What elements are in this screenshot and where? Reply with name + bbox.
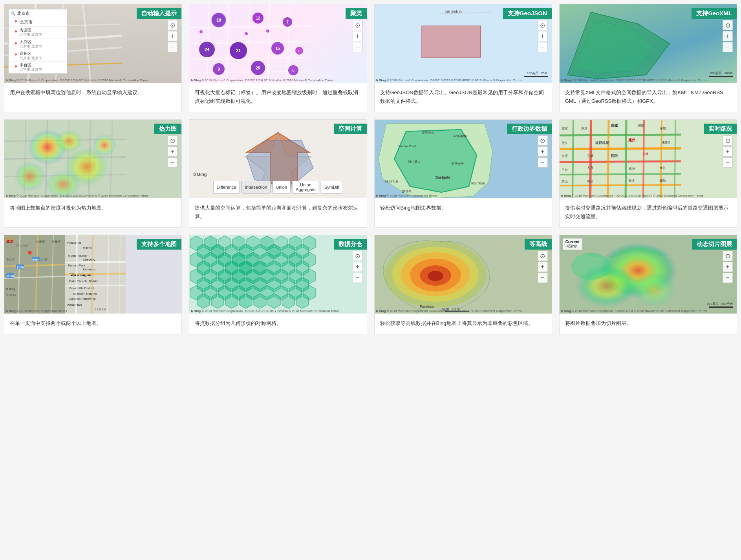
zoom-out-btn-10[interactable]: − (353, 273, 363, 283)
zoom-out-btn-11[interactable]: − (538, 273, 548, 283)
zoom-in-btn-3[interactable]: + (538, 31, 548, 41)
locate-btn-12[interactable]: ⊙ (723, 251, 733, 261)
map-controls-3[interactable]: ⊙ + − (538, 20, 548, 52)
zoom-in-btn-2[interactable]: + (353, 31, 363, 41)
svg-line-78 (560, 185, 681, 186)
locate-btn-10[interactable]: ⊙ (353, 251, 363, 261)
locate-btn-4[interactable]: ⊙ (723, 20, 733, 30)
scale-bar-geojson: 100英尺 25米 (524, 71, 548, 77)
zoom-out-btn-1[interactable]: − (167, 42, 177, 52)
zoom-out-btn-12[interactable]: − (723, 273, 733, 283)
card-label-geojson: 支持GeoJSON (503, 8, 552, 19)
card-cluster: 聚类 18 12 (189, 4, 367, 112)
zoom-in-btn-11[interactable]: + (538, 262, 548, 272)
svg-text:望京: 望京 (562, 141, 568, 145)
locate-btn-3[interactable]: ⊙ (538, 20, 548, 30)
map-controls-2[interactable]: ⊙ + − (353, 20, 363, 52)
svg-line-74 (560, 135, 681, 135)
svg-text:Cheverly: Cheverly (83, 258, 95, 261)
zoom-out-btn-2[interactable]: − (353, 42, 363, 52)
feature-grid: 自动输入提示 丰台区 🔍 北 (4, 4, 737, 334)
card-label-spatial: 空间计算 (334, 124, 367, 134)
svg-text:丰台: 丰台 (562, 168, 568, 171)
zoom-out-btn-4[interactable]: − (723, 42, 733, 52)
zoom-in-btn-5[interactable]: + (167, 146, 177, 157)
zoom-in-btn-4[interactable]: + (723, 31, 733, 41)
card-label-multimap: 支持多个地图 (137, 239, 181, 250)
locate-btn-5[interactable]: ⊙ (167, 135, 177, 146)
svg-text:G104: G104 (7, 274, 15, 278)
zoom-out-btn-8[interactable]: − (723, 157, 733, 168)
map-controls-4[interactable]: ⊙ + − (723, 20, 733, 52)
card-traffic: 实时路况 望京 (559, 119, 737, 228)
svg-line-145 (65, 285, 126, 286)
zoom-out-btn-5[interactable]: − (167, 157, 177, 168)
btn-union-aggregate[interactable]: Union Aggregate (292, 181, 319, 193)
locate-btn-1[interactable]: ⊙ (167, 20, 177, 30)
map-controls-10[interactable]: ⊙ + − (353, 251, 363, 283)
svg-text:S558: S558 (16, 266, 24, 269)
svg-text:20: 20 (256, 66, 261, 70)
svg-text:Eastgate: Eastgate (435, 175, 450, 179)
zoom-out-btn-3[interactable]: − (538, 42, 548, 52)
svg-text:通州: 通州 (628, 138, 635, 142)
btn-difference[interactable]: Difference (213, 181, 240, 193)
btn-union[interactable]: Union (272, 181, 291, 193)
locate-btn-8[interactable]: ⊙ (723, 135, 733, 146)
zoom-in-btn-10[interactable]: + (353, 262, 363, 272)
svg-marker-213 (197, 294, 210, 308)
card-heatmap: 热力图 (4, 119, 182, 228)
locate-btn-7[interactable]: ⊙ (538, 135, 548, 146)
svg-line-75 (560, 148, 681, 149)
card-auto-suggest: 自动输入提示 丰台区 🔍 北 (4, 4, 182, 112)
svg-line-146 (76, 235, 77, 314)
map-controls-11[interactable]: ⊙ + − (538, 251, 548, 283)
zoom-in-btn-7[interactable]: + (538, 146, 548, 157)
map-controls-8[interactable]: ⊙ + − (723, 135, 733, 168)
map-controls-7[interactable]: ⊙ + − (538, 135, 548, 168)
svg-text:Mount Rainier: Mount Rainier (68, 254, 88, 257)
suggestion-item-3[interactable]: 📍 大兴区北京市 北京市 (9, 38, 67, 50)
search-input-display[interactable]: 🔍 北京市 (9, 9, 67, 18)
svg-marker-219 (282, 294, 295, 308)
card-label-cluster: 聚类 (346, 8, 367, 19)
svg-marker-214 (211, 294, 224, 308)
map-boundary: 行政边界数据 Adelaide Yarrow Point 贝尔莱夫 慧马米什 E… (375, 120, 552, 198)
card-spatial: 空间计算 b Bing Difference Intersection Unio… (189, 119, 367, 228)
suggestion-item-2[interactable]: 📍 海淀区北京市 北京市 (9, 27, 67, 38)
zoom-in-btn-1[interactable]: + (167, 31, 177, 41)
svg-text:Coral Hills District: Coral Hills District (69, 286, 94, 290)
btn-symdiff[interactable]: SymDiff (321, 181, 343, 193)
svg-line-82 (626, 120, 626, 198)
zoom-in-btn-12[interactable]: + (723, 262, 733, 272)
svg-line-81 (608, 120, 609, 198)
btn-intersection[interactable]: Intersection (241, 181, 271, 193)
svg-point-37 (245, 32, 248, 35)
svg-text:12: 12 (256, 16, 261, 20)
zoom-out-btn-7[interactable]: − (538, 157, 548, 168)
suggestion-item-5[interactable]: 📍 丰台区北京市 北京市 (9, 62, 67, 73)
map-controls-1[interactable]: ⊙ + − (167, 20, 177, 52)
svg-text:望京: 望京 (562, 127, 568, 130)
svg-line-79 (573, 120, 573, 198)
bing-credit-11: b Bing © 2018 Microsoft Corporation · DS… (375, 309, 552, 313)
svg-line-51 (110, 120, 112, 198)
map-traffic: 实时路况 望京 (560, 120, 737, 198)
suggestion-item-4[interactable]: 📍 通州区北京市 北京市 (9, 50, 67, 62)
svg-point-38 (266, 29, 269, 33)
spatial-buttons[interactable]: Difference Intersection Union Union Aggr… (213, 181, 343, 193)
bing-credit-10: b Bing © 2018 Microsoft Corporation · DS… (189, 309, 366, 313)
svg-text:b Bing: b Bing (6, 287, 15, 291)
desc-cluster: 可视化大量点标记（标签）。用户改变地图缩放级别时，通过重叠或取消点标记组实现数据… (189, 83, 366, 112)
locate-btn-2[interactable]: ⊙ (353, 20, 363, 30)
svg-text:7: 7 (286, 20, 289, 24)
suggestion-item-1[interactable]: 📍北京市 (9, 18, 67, 27)
locate-btn-11[interactable]: ⊙ (538, 251, 548, 261)
svg-line-13 (248, 4, 250, 83)
zoom-in-btn-8[interactable]: + (723, 146, 733, 157)
card-label-boundary: 行政边界数据 (507, 124, 552, 134)
map-controls-12[interactable]: ⊙ + − (723, 251, 733, 283)
bing-logo-spatial: b Bing (193, 172, 207, 177)
autosuggest-dropdown[interactable]: 🔍 北京市 📍北京市 📍 海淀区北京市 北京市 📍 大兴区北京市 北京市 (8, 9, 67, 74)
map-controls-5[interactable]: ⊙ + − (167, 135, 177, 168)
